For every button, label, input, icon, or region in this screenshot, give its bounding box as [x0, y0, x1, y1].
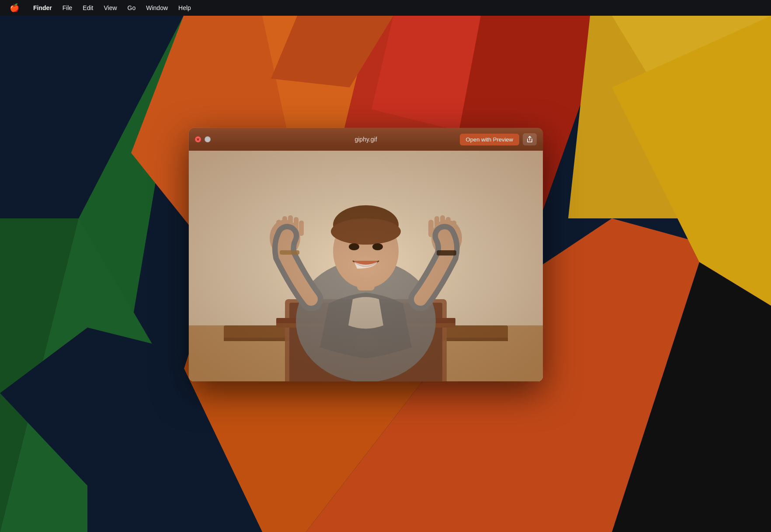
menu-view[interactable]: View — [99, 3, 121, 13]
menu-finder[interactable]: Finder — [29, 3, 56, 13]
desktop: 🍎 Finder File Edit View Go Window Help g… — [0, 0, 771, 532]
quicklook-titlebar: giphy.gif Open with Preview — [189, 128, 543, 151]
svg-rect-52 — [189, 151, 543, 381]
quicklook-actions: Open with Preview — [460, 133, 537, 145]
window-buttons — [195, 136, 211, 142]
person-scene — [189, 151, 543, 381]
menu-window[interactable]: Window — [142, 3, 172, 13]
apple-menu[interactable]: 🍎 — [5, 1, 24, 14]
close-button[interactable] — [195, 136, 201, 142]
quicklook-content — [189, 151, 543, 381]
window-title: giphy.gif — [354, 136, 377, 143]
menu-go[interactable]: Go — [123, 3, 140, 13]
menu-file[interactable]: File — [58, 3, 77, 13]
open-with-preview-button[interactable]: Open with Preview — [460, 134, 519, 145]
share-button[interactable] — [523, 133, 537, 145]
quicklook-window: giphy.gif Open with Preview — [189, 128, 543, 381]
menu-help[interactable]: Help — [174, 3, 195, 13]
menu-edit[interactable]: Edit — [78, 3, 97, 13]
gif-scene — [189, 151, 543, 381]
share-icon — [526, 136, 533, 143]
menubar: 🍎 Finder File Edit View Go Window Help — [0, 0, 771, 16]
minimize-button[interactable] — [205, 136, 211, 142]
